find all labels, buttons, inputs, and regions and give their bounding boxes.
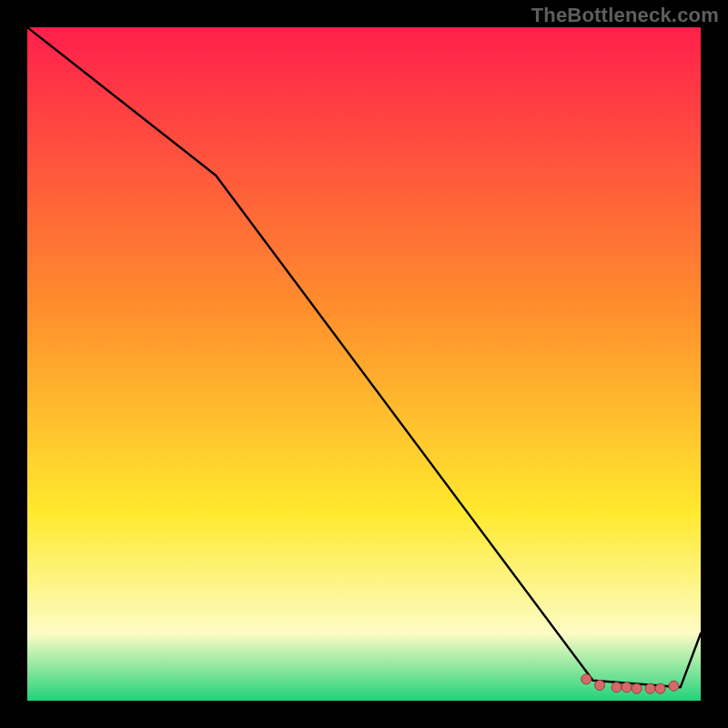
data-marker bbox=[581, 674, 592, 684]
data-marker bbox=[632, 683, 642, 693]
data-marker bbox=[669, 681, 679, 691]
data-marker bbox=[655, 683, 665, 693]
chart-frame: TheBottleneck.com bbox=[0, 0, 728, 728]
data-marker bbox=[612, 682, 622, 693]
chart-svg bbox=[27, 27, 701, 701]
data-marker bbox=[622, 682, 632, 693]
data-marker bbox=[645, 683, 655, 693]
plot-area bbox=[27, 27, 701, 701]
gradient-background bbox=[27, 27, 701, 701]
data-marker bbox=[595, 680, 605, 690]
watermark-text: TheBottleneck.com bbox=[531, 4, 719, 27]
